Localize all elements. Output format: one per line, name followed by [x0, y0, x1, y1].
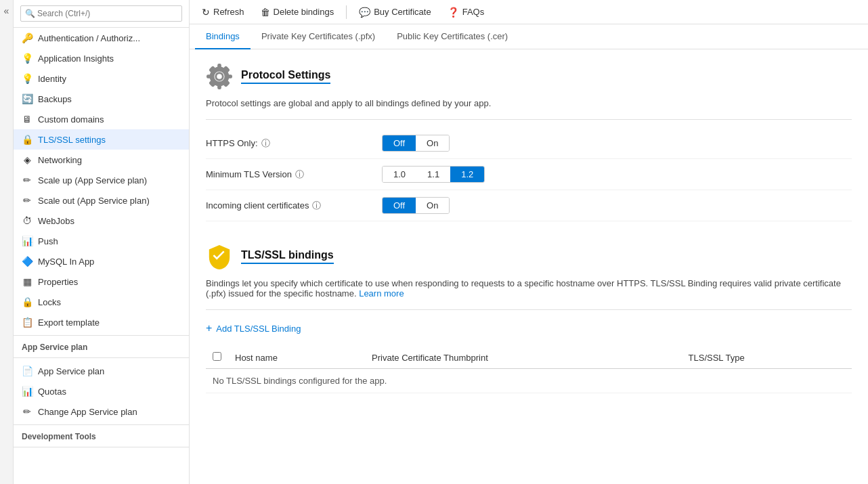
buy-certificate-button[interactable]: 💬 Buy Certificate [352, 4, 438, 20]
tls-1-0-button[interactable]: 1.0 [383, 167, 416, 182]
incoming-certs-control: Off On [382, 197, 450, 214]
tls-bindings-divider [206, 309, 852, 310]
incoming-certs-label: Incoming client certificates ⓘ [206, 200, 382, 212]
bindings-table-body: No TLS/SSL bindings configured for the a… [206, 369, 852, 393]
delete-bindings-button[interactable]: 🗑 Delete bindings [254, 4, 341, 20]
tls-1-1-button[interactable]: 1.1 [416, 167, 450, 182]
sidebar-item-app-service-plan[interactable]: 📄 App Service plan [14, 361, 189, 381]
min-tls-label: Minimum TLS Version ⓘ [206, 169, 382, 181]
sidebar-item-webjobs[interactable]: ⏱ WebJobs [14, 211, 189, 231]
sidebar-item-custom-domains[interactable]: 🖥 Custom domains [14, 109, 189, 129]
asp-icon: 📄 [22, 366, 32, 376]
quotas-icon: 📊 [22, 386, 32, 397]
sidebar-divider-asp [14, 357, 189, 358]
sidebar-item-scale-up[interactable]: ✏ Scale up (App Service plan) [14, 170, 189, 190]
protocol-settings-section: Protocol Settings Protocol settings are … [206, 63, 852, 221]
empty-bindings-message: No TLS/SSL bindings configured for the a… [206, 369, 852, 393]
col-type: TLS/SSL Type [682, 347, 852, 369]
sidebar-item-quotas[interactable]: 📊 Quotas [14, 381, 189, 401]
push-icon: 📊 [22, 236, 32, 246]
https-only-info-icon[interactable]: ⓘ [261, 137, 270, 150]
tls-ssl-bindings-header: TLS/SSL bindings [206, 243, 852, 270]
sidebar-item-networking[interactable]: ◈ Networking [14, 150, 189, 170]
min-tls-info-icon[interactable]: ⓘ [295, 169, 304, 181]
sidebar-item-auth[interactable]: 🔑 Authentication / Authoriz... [14, 28, 189, 48]
https-only-off-button[interactable]: Off [383, 135, 416, 151]
col-thumbprint: Private Certificate Thumbprint [365, 347, 681, 369]
sidebar-item-locks[interactable]: 🔒 Locks [14, 292, 189, 312]
protocol-settings-desc: Protocol settings are global and apply t… [206, 98, 852, 108]
dev-tools-section-label: Development Tools [14, 424, 189, 444]
sidebar-item-push[interactable]: 📊 Push [14, 231, 189, 251]
content-area: Protocol Settings Protocol settings are … [190, 49, 868, 484]
toolbar-divider [346, 5, 347, 19]
refresh-button[interactable]: ↻ Refresh [195, 4, 251, 20]
insights-icon: 💡 [22, 53, 32, 64]
tls-1-2-button[interactable]: 1.2 [450, 167, 484, 182]
mysql-icon: 🔷 [22, 256, 32, 267]
protocol-settings-header: Protocol Settings [206, 63, 852, 90]
custom-domains-icon: 🖥 [22, 114, 32, 125]
webjobs-icon: ⏱ [22, 215, 32, 226]
sidebar-item-scale-out[interactable]: ✏ Scale out (App Service plan) [14, 190, 189, 211]
incoming-certs-info-icon[interactable]: ⓘ [312, 200, 321, 212]
faqs-button[interactable]: ❓ FAQs [441, 4, 492, 20]
tls-ssl-bindings-desc: Bindings let you specify which certifica… [206, 278, 852, 299]
sidebar-search-container: 🔍 [14, 0, 189, 28]
https-only-toggle: Off On [382, 135, 450, 152]
tls-ssl-icon: 🔒 [22, 134, 32, 145]
sidebar-item-backups[interactable]: 🔄 Backups [14, 89, 189, 109]
https-only-control: Off On [382, 135, 450, 152]
search-wrap: 🔍 [20, 5, 182, 22]
col-checkbox [206, 347, 228, 369]
learn-more-link[interactable]: Learn more [359, 288, 404, 299]
locks-icon: 🔒 [22, 296, 32, 307]
gear-icon [206, 63, 233, 90]
incoming-certs-on-button[interactable]: On [416, 198, 449, 213]
https-only-row: HTTPS Only: ⓘ Off On [206, 128, 852, 159]
protocol-settings-title: Protocol Settings [241, 69, 330, 84]
networking-icon: ◈ [22, 154, 32, 165]
scale-out-icon: ✏ [22, 195, 32, 206]
select-all-checkbox[interactable] [213, 352, 221, 361]
sidebar-item-tls-ssl[interactable]: 🔒 TLS/SSL settings [14, 129, 189, 150]
search-input[interactable] [20, 5, 182, 22]
https-only-label: HTTPS Only: ⓘ [206, 137, 382, 150]
https-only-on-button[interactable]: On [416, 135, 449, 151]
delete-icon: 🗑 [261, 7, 270, 18]
tab-pfx[interactable]: Private Key Certificates (.pfx) [251, 24, 386, 49]
sidebar-item-export-template[interactable]: 📋 Export template [14, 312, 189, 332]
sidebar-item-change-asp[interactable]: ✏ Change App Service plan [14, 401, 189, 422]
tls-ssl-bindings-title: TLS/SSL bindings [241, 249, 334, 264]
bindings-table: Host name Private Certificate Thumbprint… [206, 347, 852, 393]
shield-icon [206, 243, 233, 270]
tab-bindings[interactable]: Bindings [195, 24, 251, 49]
sidebar-item-insights[interactable]: 💡 Application Insights [14, 48, 189, 68]
toolbar: ↻ Refresh 🗑 Delete bindings 💬 Buy Certif… [190, 0, 868, 24]
incoming-certs-toggle: Off On [382, 197, 450, 214]
sidebar-item-properties[interactable]: ▦ Properties [14, 271, 189, 292]
auth-icon: 🔑 [22, 32, 32, 43]
empty-bindings-row: No TLS/SSL bindings configured for the a… [206, 369, 852, 393]
bindings-table-head: Host name Private Certificate Thumbprint… [206, 347, 852, 369]
export-template-icon: 📋 [22, 317, 32, 328]
chevron-left-icon: « [4, 5, 9, 16]
refresh-icon: ↻ [202, 7, 210, 18]
identity-icon: 💡 [22, 73, 32, 84]
sidebar-collapse-button[interactable]: « [0, 0, 14, 484]
sidebar-item-mysql[interactable]: 🔷 MySQL In App [14, 251, 189, 271]
min-tls-row: Minimum TLS Version ⓘ 1.0 1.1 1.2 [206, 159, 852, 190]
min-tls-control: 1.0 1.1 1.2 [382, 166, 485, 183]
tls-version-selector: 1.0 1.1 1.2 [382, 166, 485, 183]
incoming-certs-row: Incoming client certificates ⓘ Off On [206, 190, 852, 221]
sidebar: 🔍 🔑 Authentication / Authoriz... 💡 Appli… [14, 0, 190, 484]
protocol-settings-divider [206, 119, 852, 120]
certificate-icon: 💬 [359, 7, 370, 18]
incoming-certs-off-button[interactable]: Off [383, 198, 416, 213]
sidebar-item-identity[interactable]: 💡 Identity [14, 68, 189, 89]
backups-icon: 🔄 [22, 93, 32, 104]
tab-cer[interactable]: Public Key Certificates (.cer) [386, 24, 519, 49]
col-host-name: Host name [228, 347, 365, 369]
add-tls-binding-button[interactable]: + Add TLS/SSL Binding [206, 318, 301, 338]
scale-up-icon: ✏ [22, 175, 32, 185]
